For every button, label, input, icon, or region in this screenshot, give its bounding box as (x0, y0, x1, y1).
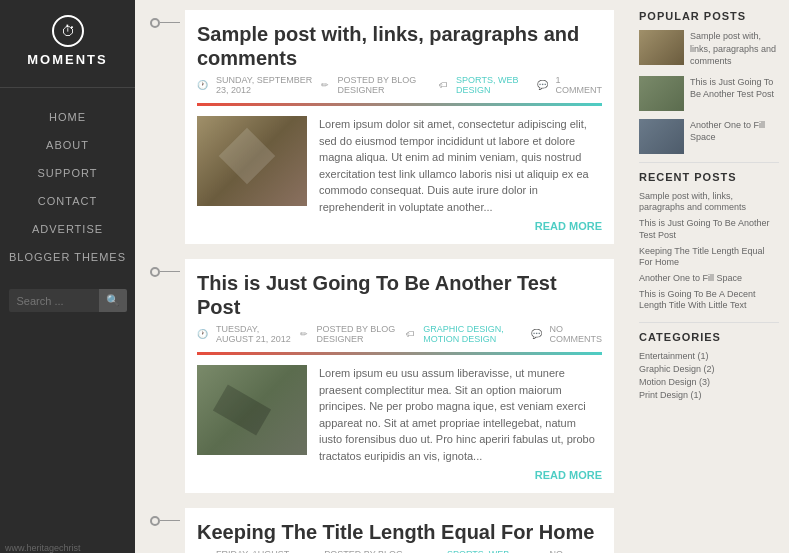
sidebar-item-about[interactable]: ABOUT (0, 131, 135, 159)
sidebar-item-advertise[interactable]: ADVERTISE (0, 215, 135, 243)
post-thumbnail (197, 116, 307, 206)
post-text-area: Lorem ipsum eu usu assum liberavisse, ut… (319, 365, 602, 481)
recent-post-item[interactable]: This is Going To Be A Decent Length Titl… (639, 289, 779, 312)
popular-posts-title: POPULAR POSTS (639, 10, 779, 22)
post-comments: NO COMMENTS (550, 324, 603, 344)
popular-post-item: This is Just Going To Be Another Test Po… (639, 76, 779, 111)
thumb-decoration (219, 128, 276, 185)
read-more-link[interactable]: READ MORE (319, 220, 602, 232)
clock-icon: 🕐 (197, 80, 208, 90)
post-author: POSTED BY BLOG DESIGNER (337, 75, 431, 95)
post-comments: 1 COMMENT (556, 75, 603, 95)
widget-divider (639, 322, 779, 323)
categories-title: CATEGORIES (639, 331, 779, 343)
right-sidebar: POPULAR POSTS Sample post with, links, p… (629, 0, 789, 553)
category-item[interactable]: Print Design (1) (639, 390, 779, 400)
popular-post-text[interactable]: This is Just Going To Be Another Test Po… (690, 76, 779, 111)
popular-thumb (639, 119, 684, 154)
post-item: This is Just Going To Be Another Test Po… (150, 259, 614, 493)
tag-icon: 🏷 (439, 80, 448, 90)
post-tags: GRAPHIC DESIGN, MOTION DESIGN (423, 324, 522, 344)
post-author: POSTED BY BLOG DESIGNER (316, 324, 398, 344)
post-text-area: Lorem ipsum dolor sit amet, consectetur … (319, 116, 602, 232)
post-date: TUESDAY, AUGUST 21, 2012 (216, 324, 292, 344)
post-title[interactable]: This is Just Going To Be Another Test Po… (197, 271, 602, 319)
sidebar-item-blogger-themes[interactable]: BLOGGER THEMES (0, 243, 135, 271)
post-excerpt: Lorem ipsum dolor sit amet, consectetur … (319, 116, 602, 215)
left-sidebar: ⏱ MOMENTS HOME ABOUT SUPPORT CONTACT ADV… (0, 0, 135, 553)
post-item: Keeping The Title Length Equal For Home … (150, 508, 614, 553)
logo-icon: ⏱ (52, 15, 84, 47)
post-card: Keeping The Title Length Equal For Home … (185, 508, 614, 553)
post-date: FRIDAY, AUGUST 20, 2013 (216, 549, 300, 553)
post-line (160, 271, 180, 272)
post-item: Sample post with, links, paragraphs and … (150, 10, 614, 244)
logo-area: ⏱ MOMENTS (0, 0, 135, 88)
post-line (160, 520, 180, 521)
recent-post-item[interactable]: This is Just Going To Be Another Test Po… (639, 218, 779, 241)
popular-thumb (639, 30, 684, 65)
post-date: SUNDAY, SEPTEMBER 23, 2012 (216, 75, 313, 95)
thumb-image (197, 116, 307, 206)
post-author: POSTED BY BLOG DESIGNER (324, 549, 422, 553)
search-input[interactable] (9, 289, 99, 312)
post-meta: 🕐 TUESDAY, AUGUST 21, 2012 ✏ POSTED BY B… (197, 324, 602, 344)
tag-icon: 🏷 (406, 329, 415, 339)
post-bullet (150, 267, 160, 277)
main-content: Sample post with, links, paragraphs and … (135, 0, 629, 553)
thumb-image (197, 365, 307, 455)
sidebar-item-contact[interactable]: CONTACT (0, 187, 135, 215)
post-bullet-area (150, 508, 180, 553)
post-thumbnail (197, 365, 307, 455)
sidebar-item-home[interactable]: HOME (0, 103, 135, 131)
post-title[interactable]: Sample post with, links, paragraphs and … (197, 22, 602, 70)
recent-posts-title: RECENT POSTS (639, 171, 779, 183)
post-line (160, 22, 180, 23)
pen-icon: ✏ (321, 80, 329, 90)
post-bullet (150, 18, 160, 28)
logo-text: MOMENTS (27, 52, 107, 67)
post-tags: SPORTS, WEB DESIGN (456, 75, 528, 95)
post-card: This is Just Going To Be Another Test Po… (185, 259, 614, 493)
clock-icon: 🕐 (197, 329, 208, 339)
popular-post-text[interactable]: Another One to Fill Space (690, 119, 779, 154)
category-item[interactable]: Graphic Design (2) (639, 364, 779, 374)
popular-post-item: Another One to Fill Space (639, 119, 779, 154)
thumb-decoration (213, 385, 271, 436)
post-body: Lorem ipsum eu usu assum liberavisse, ut… (197, 365, 602, 481)
post-bullet (150, 516, 160, 526)
post-comments: NO COMMENTS (550, 549, 603, 553)
pen-icon: ✏ (300, 329, 308, 339)
categories-list: Entertainment (1) Graphic Design (2) Mot… (639, 351, 779, 400)
category-item[interactable]: Motion Design (3) (639, 377, 779, 387)
post-tags: SPORTS, WEB DESIGN (447, 549, 523, 553)
popular-thumb (639, 76, 684, 111)
post-card: Sample post with, links, paragraphs and … (185, 10, 614, 244)
post-bullet-area (150, 10, 180, 244)
post-divider (197, 103, 602, 106)
sidebar-item-support[interactable]: SUPPORT (0, 159, 135, 187)
footer-text: www.heritagechrist (5, 543, 81, 553)
comment-icon: 💬 (531, 329, 542, 339)
popular-post-text[interactable]: Sample post with, links, paragraphs and … (690, 30, 779, 68)
post-body: Lorem ipsum dolor sit amet, consectetur … (197, 116, 602, 232)
category-item[interactable]: Entertainment (1) (639, 351, 779, 361)
post-excerpt: Lorem ipsum eu usu assum liberavisse, ut… (319, 365, 602, 464)
recent-post-item[interactable]: Another One to Fill Space (639, 273, 779, 285)
post-divider (197, 352, 602, 355)
widget-divider (639, 162, 779, 163)
post-bullet-area (150, 259, 180, 493)
search-button[interactable]: 🔍 (99, 289, 127, 312)
popular-post-item: Sample post with, links, paragraphs and … (639, 30, 779, 68)
post-title[interactable]: Keeping The Title Length Equal For Home (197, 520, 602, 544)
search-area: 🔍 (1, 281, 135, 320)
recent-posts-list: Sample post with, links, paragraphs and … (639, 191, 779, 312)
sidebar-nav: HOME ABOUT SUPPORT CONTACT ADVERTISE BLO… (0, 103, 135, 271)
comment-icon: 💬 (537, 80, 548, 90)
read-more-link[interactable]: READ MORE (319, 469, 602, 481)
post-meta: 🕐 FRIDAY, AUGUST 20, 2013 ✏ POSTED BY BL… (197, 549, 602, 553)
recent-post-item[interactable]: Keeping The Title Length Equal For Home (639, 246, 779, 269)
post-meta: 🕐 SUNDAY, SEPTEMBER 23, 2012 ✏ POSTED BY… (197, 75, 602, 95)
recent-post-item[interactable]: Sample post with, links, paragraphs and … (639, 191, 779, 214)
